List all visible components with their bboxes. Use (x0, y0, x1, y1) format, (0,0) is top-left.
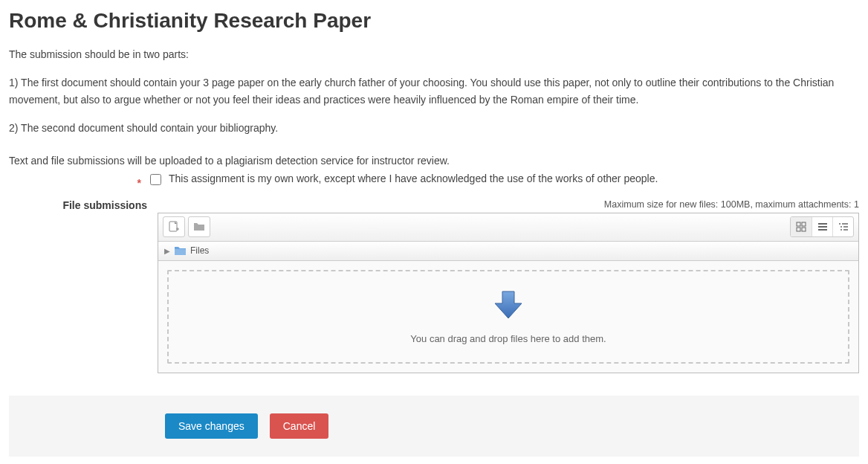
page-title: Rome & Christianity Research Paper (9, 9, 868, 33)
acknowledgement-label: This assignment is my own work, except w… (169, 173, 658, 184)
tree-icon (838, 222, 849, 232)
svg-rect-1 (797, 222, 800, 226)
instructions-part2: 2) The second document should contain yo… (9, 120, 859, 136)
cancel-button[interactable]: Cancel (270, 413, 329, 439)
svg-point-8 (839, 223, 841, 225)
add-file-button[interactable] (163, 216, 185, 237)
svg-rect-4 (802, 228, 806, 231)
view-mode-buttons (790, 216, 854, 237)
file-dropzone[interactable]: You can drag and drop files here to add … (167, 270, 849, 364)
svg-point-10 (841, 226, 842, 228)
view-icons-button[interactable] (791, 217, 812, 236)
svg-rect-3 (797, 228, 800, 231)
instructions: The submission should be in two parts: 1… (9, 46, 859, 137)
create-folder-button[interactable] (188, 216, 210, 237)
path-files-label: Files (190, 245, 209, 256)
file-manager-toolbar (158, 213, 858, 242)
max-attachment-info: Maximum size for new files: 100MB, maxim… (158, 199, 859, 210)
action-bar: Save changes Cancel (9, 396, 859, 457)
view-tree-button[interactable] (832, 217, 853, 236)
chevron-right-icon: ▶ (164, 247, 170, 255)
plagiarism-notice: Text and file submissions will be upload… (9, 155, 859, 167)
download-arrow-icon (492, 289, 525, 321)
acknowledgement-row: * This assignment is my own work, except… (9, 173, 859, 184)
acknowledgement-checkbox[interactable] (150, 174, 161, 185)
view-list-button[interactable] (812, 217, 832, 236)
grid-icon (796, 222, 806, 232)
folder-icon (193, 222, 205, 232)
svg-rect-2 (802, 222, 806, 226)
file-manager: ▶ Files You can drag and drop files here… (158, 213, 859, 373)
file-submissions-label: File submissions (9, 199, 147, 211)
instructions-part1: 1) The first document should contain you… (9, 74, 859, 108)
file-add-icon (168, 221, 180, 233)
instructions-intro: The submission should be in two parts: (9, 46, 859, 62)
list-icon (817, 222, 828, 232)
save-button[interactable]: Save changes (165, 413, 258, 439)
folder-icon (175, 246, 186, 255)
required-marker: * (9, 177, 150, 189)
dropzone-message: You can drag and drop files here to add … (410, 333, 606, 344)
svg-point-12 (841, 229, 842, 231)
file-path-bar[interactable]: ▶ Files (158, 242, 858, 261)
